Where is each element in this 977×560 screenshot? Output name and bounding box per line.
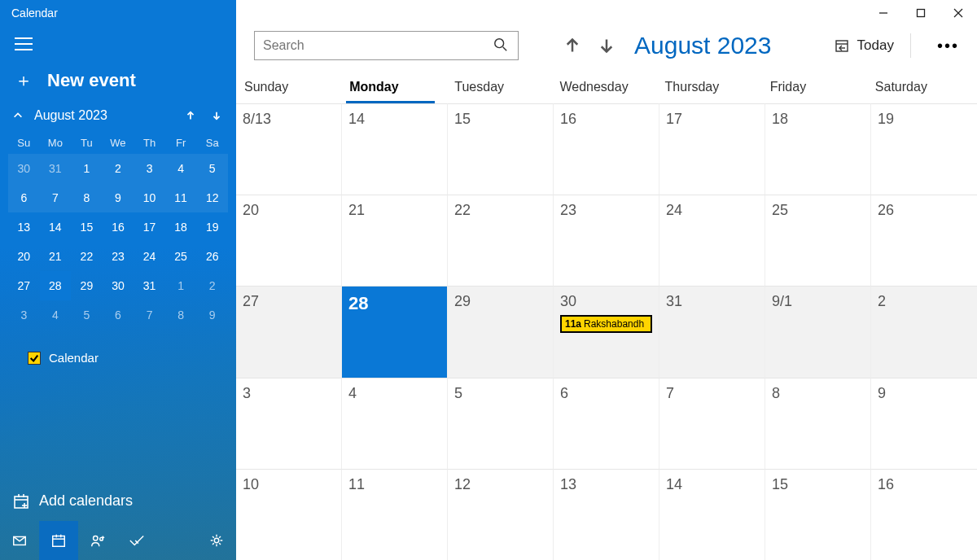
search-input[interactable]	[263, 38, 493, 53]
mini-day[interactable]: 9	[103, 183, 134, 212]
todo-icon[interactable]	[117, 521, 156, 560]
mini-day[interactable]: 25	[165, 242, 197, 271]
mini-day[interactable]: 6	[103, 300, 134, 330]
mini-day[interactable]: 24	[134, 242, 165, 271]
day-cell[interactable]: 15	[765, 469, 871, 560]
day-cell[interactable]: 4	[342, 378, 448, 469]
day-cell[interactable]: 31	[659, 286, 765, 377]
day-cell[interactable]: 3011aRakshabandh	[554, 286, 659, 377]
mini-day[interactable]: 18	[165, 212, 197, 242]
mini-day[interactable]: 1	[71, 154, 103, 183]
mini-day[interactable]: 30	[8, 154, 40, 183]
mini-day[interactable]: 10	[134, 183, 165, 212]
day-cell[interactable]: 3	[236, 378, 342, 469]
day-cell[interactable]: 16	[554, 103, 659, 195]
dow-header[interactable]: Monday	[346, 75, 435, 103]
day-cell[interactable]: 19	[871, 103, 977, 195]
add-calendars-button[interactable]: Add calendars	[0, 492, 236, 521]
mini-day[interactable]: 30	[103, 271, 134, 300]
day-cell[interactable]: 26	[871, 195, 977, 286]
next-period-button[interactable]	[598, 37, 615, 54]
dow-header[interactable]: Wednesday	[556, 75, 661, 103]
maximize-button[interactable]	[902, 0, 940, 26]
close-button[interactable]	[940, 0, 977, 26]
day-cell[interactable]: 23	[554, 195, 659, 286]
minimize-button[interactable]	[865, 0, 902, 26]
mini-day[interactable]: 11	[165, 183, 197, 212]
day-cell[interactable]: 14	[659, 469, 765, 560]
dow-header[interactable]: Tuesday	[451, 75, 556, 103]
day-cell[interactable]: 12	[448, 469, 554, 560]
mail-icon[interactable]	[0, 521, 39, 560]
mini-day[interactable]: 20	[8, 242, 40, 271]
day-cell[interactable]: 13	[554, 469, 659, 560]
prev-period-button[interactable]	[564, 37, 581, 54]
calendar-event[interactable]: 11aRakshabandh	[560, 315, 652, 333]
day-cell[interactable]: 11	[342, 469, 448, 560]
mini-day[interactable]: 14	[40, 212, 72, 242]
mini-day[interactable]: 8	[165, 300, 197, 330]
day-cell[interactable]: 18	[765, 103, 871, 195]
day-cell[interactable]: 8	[765, 378, 871, 469]
mini-day[interactable]: 4	[165, 154, 197, 183]
calendar-icon[interactable]	[39, 521, 78, 560]
mini-day[interactable]: 5	[71, 300, 103, 330]
mini-day[interactable]: 29	[71, 271, 103, 300]
mini-day[interactable]: 7	[134, 300, 165, 330]
day-cell[interactable]: 17	[659, 103, 765, 195]
current-month-label[interactable]: August 2023	[634, 32, 771, 59]
mini-day[interactable]: 28	[40, 271, 72, 300]
mini-day[interactable]: 23	[103, 242, 134, 271]
mini-day[interactable]: 3	[8, 300, 40, 330]
mini-day[interactable]: 7	[40, 183, 72, 212]
day-cell[interactable]: 8/13	[236, 103, 342, 195]
search-box[interactable]	[254, 31, 519, 60]
mini-month-label[interactable]: August 2023	[34, 108, 173, 123]
mini-day[interactable]: 31	[134, 271, 165, 300]
mini-day[interactable]: 27	[8, 271, 40, 300]
mini-day[interactable]: 8	[71, 183, 103, 212]
dow-header[interactable]: Friday	[767, 75, 872, 103]
day-cell[interactable]: 14	[342, 103, 448, 195]
people-icon[interactable]	[78, 521, 117, 560]
dow-header[interactable]: Saturday	[872, 75, 977, 103]
day-cell[interactable]: 21	[342, 195, 448, 286]
mini-day[interactable]: 17	[134, 212, 165, 242]
mini-day[interactable]: 3	[134, 154, 165, 183]
settings-icon[interactable]	[197, 521, 236, 560]
new-event-button[interactable]: ＋ New event	[0, 59, 236, 107]
day-cell[interactable]: 27	[236, 286, 342, 377]
mini-day[interactable]: 1	[165, 271, 197, 300]
day-cell[interactable]: 2	[871, 286, 977, 377]
mini-day[interactable]: 12	[196, 183, 228, 212]
search-icon[interactable]	[493, 37, 510, 54]
mini-day[interactable]: 2	[196, 271, 228, 300]
mini-day[interactable]: 15	[71, 212, 103, 242]
day-cell[interactable]: 29	[448, 286, 554, 377]
mini-day[interactable]: 31	[40, 154, 72, 183]
mini-day[interactable]: 16	[103, 212, 134, 242]
day-cell[interactable]: 7	[659, 378, 765, 469]
mini-day[interactable]: 13	[8, 212, 40, 242]
day-cell[interactable]: 9/1	[765, 286, 871, 377]
day-cell[interactable]: 20	[236, 195, 342, 286]
day-cell[interactable]: 25	[765, 195, 871, 286]
day-cell[interactable]: 5	[448, 378, 554, 469]
mini-day[interactable]: 26	[196, 242, 228, 271]
mini-day[interactable]: 22	[71, 242, 103, 271]
day-cell[interactable]: 28	[342, 286, 448, 377]
mini-day[interactable]: 21	[40, 242, 72, 271]
mini-day[interactable]: 4	[40, 300, 72, 330]
hamburger-button[interactable]	[0, 24, 236, 59]
day-cell[interactable]: 6	[554, 378, 659, 469]
day-cell[interactable]: 16	[871, 469, 977, 560]
mini-day[interactable]: 5	[196, 154, 228, 183]
day-cell[interactable]: 22	[448, 195, 554, 286]
mini-day[interactable]: 9	[196, 300, 228, 330]
more-button[interactable]: •••	[926, 37, 959, 55]
mini-day[interactable]: 6	[8, 183, 40, 212]
day-cell[interactable]: 9	[871, 378, 977, 469]
today-button[interactable]: Today	[835, 33, 911, 58]
day-cell[interactable]: 15	[448, 103, 554, 195]
day-cell[interactable]: 24	[659, 195, 765, 286]
